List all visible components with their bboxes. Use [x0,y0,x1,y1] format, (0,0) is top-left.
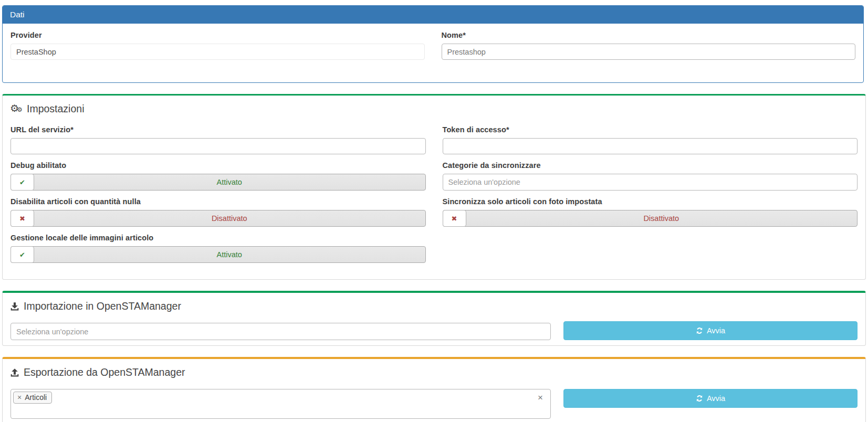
dati-panel: Dati Provider Nome* [2,5,864,83]
importazione-title: Importazione in OpenSTAManager [24,300,181,312]
cross-icon: ✖ [443,210,466,227]
gestione-label: Gestione locale delle immagini articolo [11,234,426,242]
nome-input[interactable] [442,44,856,60]
upload-icon [10,368,19,377]
selected-tag-articoli: × Articoli [13,392,52,404]
sincronizza-field-group: Sincronizza solo articoli con foto impos… [443,197,858,227]
importazione-select-placeholder: Seleziona un'opzione [16,328,88,336]
empty-cell [443,234,858,263]
disabilita-toggle[interactable]: ✖ Disattivato [11,210,426,227]
importazione-avvia-button[interactable]: Avvia [563,321,857,340]
gestione-field-group: Gestione locale delle immagini articolo … [11,234,426,263]
sincronizza-toggle[interactable]: ✖ Disattivato [443,210,858,227]
esportazione-avvia-button[interactable]: Avvia [563,389,857,408]
url-input[interactable] [11,138,426,154]
categorie-select-placeholder: Seleziona un'opzione [448,178,520,186]
esportazione-avvia-label: Avvia [707,394,725,403]
importazione-title-row: Importazione in OpenSTAManager [10,300,859,312]
gestione-toggle-state: Attivato [34,247,425,262]
categorie-label: Categorie da sincronizzare [443,161,858,170]
token-label: Token di accesso* [443,125,858,134]
cross-icon: ✖ [11,210,34,227]
nome-label: Nome* [442,31,856,39]
token-field-group: Token di accesso* [443,125,858,154]
importazione-select[interactable]: Seleziona un'opzione [11,323,551,340]
debug-label: Debug abilitato [11,161,426,170]
url-field-group: URL del servizio* [11,125,426,154]
nome-field-group: Nome* [442,31,856,60]
provider-input[interactable] [11,44,425,60]
esportazione-title-row: Esportazione da OpenSTAManager [10,366,859,378]
gestione-toggle[interactable]: ✔ Attivato [11,246,426,263]
disabilita-toggle-state: Disattivato [34,210,425,226]
download-icon [10,302,19,311]
check-icon: ✔ [11,246,34,263]
token-input[interactable] [443,138,858,154]
impostazioni-title: Impostazioni [27,103,84,115]
tag-label: Articoli [25,393,47,402]
refresh-icon [696,327,703,334]
esportazione-multiselect[interactable]: × Articoli × [11,389,551,419]
sincronizza-toggle-state: Disattivato [466,210,857,226]
tag-remove-icon[interactable]: × [17,393,22,402]
debug-toggle-state: Attivato [34,174,425,190]
url-label: URL del servizio* [11,125,426,134]
clear-selection-icon[interactable]: × [538,393,543,402]
disabilita-field-group: Disabilita articoli con quantità nulla ✖… [11,197,426,227]
disabilita-label: Disabilita articoli con quantità nulla [11,197,426,206]
debug-toggle[interactable]: ✔ Attivato [11,174,426,191]
check-icon: ✔ [11,174,34,191]
esportazione-section: Esportazione da OpenSTAManager × Articol… [2,357,866,422]
debug-field-group: Debug abilitato ✔ Attivato [11,161,426,191]
impostazioni-section: ⚙ ⚙ Impostazioni URL del servizio* Token… [2,94,866,280]
impostazioni-title-row: ⚙ ⚙ Impostazioni [10,103,859,115]
categorie-field-group: Categorie da sincronizzare Seleziona un'… [443,161,858,191]
provider-label: Provider [11,31,425,39]
provider-field-group: Provider [11,31,425,60]
importazione-avvia-label: Avvia [707,326,725,335]
categorie-select[interactable]: Seleziona un'opzione [443,174,858,191]
refresh-icon [696,395,703,402]
importazione-section: Importazione in OpenSTAManager Seleziona… [2,291,866,346]
esportazione-title: Esportazione da OpenSTAManager [24,366,185,378]
cogs-icon: ⚙ ⚙ [10,103,23,115]
dati-panel-header: Dati [3,6,863,24]
sincronizza-label: Sincronizza solo articoli con foto impos… [443,197,858,206]
